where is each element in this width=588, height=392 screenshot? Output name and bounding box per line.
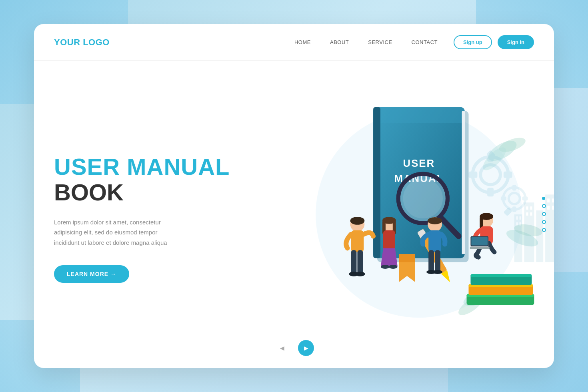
svg-rect-30 [526, 206, 528, 210]
svg-point-82 [433, 270, 442, 274]
svg-rect-36 [547, 206, 550, 210]
svg-rect-12 [468, 172, 477, 178]
svg-point-77 [428, 217, 442, 224]
right-panel: USER MANUAL [268, 61, 554, 368]
hero-title-dark: BOOK [54, 180, 248, 205]
next-arrow-button[interactable]: ▶ [298, 340, 314, 356]
prev-arrow-button[interactable]: ◀ [274, 340, 290, 356]
nav-contact[interactable]: CONTACT [412, 39, 438, 45]
svg-rect-35 [552, 198, 554, 202]
svg-rect-22 [514, 214, 522, 262]
svg-rect-29 [520, 222, 521, 226]
illustration-svg: USER MANUAL [268, 86, 554, 342]
svg-point-62 [350, 217, 365, 225]
svg-marker-73 [381, 248, 398, 266]
svg-rect-26 [516, 216, 518, 220]
dot-4 [542, 220, 546, 224]
svg-rect-60 [470, 274, 532, 277]
svg-rect-41 [373, 107, 464, 123]
logo: YOUR LOGO [54, 37, 110, 48]
svg-rect-31 [530, 206, 532, 210]
svg-point-75 [389, 265, 398, 269]
svg-rect-72 [383, 230, 395, 250]
signin-button[interactable]: Sign in [498, 35, 534, 49]
svg-rect-23 [524, 202, 534, 262]
dot-2 [542, 204, 546, 208]
svg-rect-89 [470, 247, 490, 249]
svg-point-67 [355, 272, 365, 276]
svg-rect-19 [512, 206, 516, 212]
svg-rect-90 [471, 237, 488, 246]
svg-rect-20 [501, 196, 506, 200]
hero-description: Lorem ipsum dolor sit amet, consectetur … [54, 217, 206, 248]
svg-rect-11 [487, 188, 494, 196]
svg-rect-79 [428, 250, 434, 272]
svg-rect-32 [526, 212, 528, 216]
svg-rect-28 [516, 222, 518, 226]
svg-point-53 [403, 179, 443, 218]
svg-point-74 [381, 265, 390, 269]
svg-rect-64 [351, 250, 357, 274]
svg-rect-65 [357, 250, 363, 274]
nav-home[interactable]: HOME [294, 39, 311, 45]
navbar: YOUR LOGO HOME ABOUT SERVICE CONTACT Sig… [34, 24, 554, 61]
dot-5 [542, 228, 546, 232]
svg-text:USER: USER [403, 158, 435, 169]
nav-service[interactable]: SERVICE [368, 39, 392, 45]
hero-title-blue: USER MANUAL [54, 154, 248, 180]
svg-rect-18 [512, 185, 516, 191]
dot-3 [542, 212, 546, 216]
svg-rect-21 [522, 196, 528, 200]
side-dots [542, 197, 546, 232]
svg-rect-25 [545, 194, 554, 262]
svg-rect-80 [435, 250, 440, 272]
svg-rect-37 [552, 206, 554, 210]
svg-marker-47 [399, 254, 415, 262]
svg-rect-43 [462, 111, 465, 254]
main-content: USER MANUAL BOOK Lorem ipsum dolor sit a… [34, 61, 554, 368]
left-panel: USER MANUAL BOOK Lorem ipsum dolor sit a… [34, 61, 268, 368]
svg-rect-13 [504, 172, 512, 178]
nav-about[interactable]: ABOUT [330, 39, 349, 45]
nav-buttons: Sign up Sign in [454, 35, 534, 49]
svg-rect-27 [520, 216, 521, 220]
svg-rect-33 [530, 212, 532, 216]
main-card: YOUR LOGO HOME ABOUT SERVICE CONTACT Sig… [34, 24, 554, 368]
dot-1 [542, 197, 545, 200]
nav-links: HOME ABOUT SERVICE CONTACT [294, 39, 438, 45]
learn-more-button[interactable]: LEARN MORE → [54, 265, 129, 283]
svg-rect-34 [547, 198, 550, 202]
signup-button[interactable]: Sign up [454, 35, 492, 49]
bottom-nav: ◀ ▶ [274, 340, 314, 356]
